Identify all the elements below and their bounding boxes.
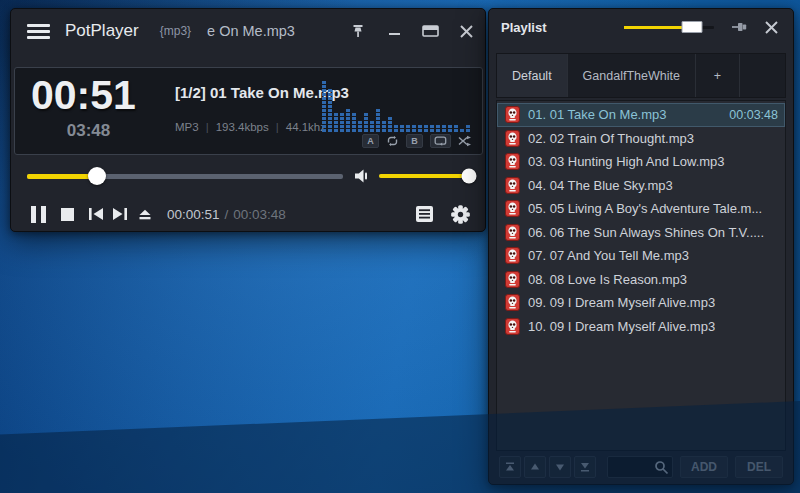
playlist-item-label: 02. 02 Train Of Thought.mp3 bbox=[528, 131, 694, 146]
settings-gear-icon[interactable] bbox=[450, 204, 471, 225]
spectrum bbox=[322, 80, 472, 132]
move-up-button[interactable] bbox=[524, 456, 546, 478]
playlist-row[interactable]: 05. 05 Living A Boy's Adventure Tale.m..… bbox=[497, 197, 785, 221]
spectrum-bar bbox=[352, 113, 356, 132]
bitrate-label: 193.4kbps bbox=[216, 121, 269, 133]
spectrum-bar bbox=[370, 121, 374, 132]
minimize-button[interactable] bbox=[385, 22, 403, 40]
playlist-row[interactable]: 02. 02 Train Of Thought.mp3 bbox=[497, 127, 785, 151]
pause-button[interactable] bbox=[31, 206, 46, 223]
spectrum-bar bbox=[382, 121, 386, 132]
meta-separator: | bbox=[276, 121, 279, 133]
tab-default[interactable]: Default bbox=[497, 54, 568, 97]
spectrum-bar bbox=[406, 125, 410, 132]
playlist-item-label: 07. 07 And You Tell Me.mp3 bbox=[528, 248, 689, 263]
spectrum-bar bbox=[394, 125, 398, 132]
ab-repeat-b-button[interactable]: B bbox=[406, 134, 423, 148]
repeat-arrows-icon[interactable] bbox=[386, 135, 399, 147]
spectrum-bar bbox=[358, 121, 362, 132]
track-file-icon bbox=[505, 106, 520, 123]
desktop-wallpaper: PotPlayer {mp3} e On Me.mp3 00:51 0 bbox=[0, 0, 800, 493]
shuffle-icon[interactable] bbox=[458, 135, 472, 147]
playlist-item-label: 06. 06 The Sun Always Shines On T.V..... bbox=[528, 225, 764, 240]
playlist-search-box[interactable] bbox=[607, 456, 673, 478]
del-button[interactable]: DEL bbox=[735, 456, 783, 478]
menu-icon[interactable] bbox=[27, 24, 50, 39]
playlist-row[interactable]: 09. 09 I Dream Myself Alive.mp3 bbox=[497, 291, 785, 315]
seek-bar[interactable] bbox=[27, 174, 343, 179]
next-button[interactable] bbox=[112, 207, 128, 221]
playlist-row[interactable]: 04. 04 The Blue Sky.mp3 bbox=[497, 174, 785, 198]
move-down-button[interactable] bbox=[549, 456, 571, 478]
volume-thumb[interactable] bbox=[462, 169, 477, 184]
player-display: 00:51 03:48 [1/2] 01 Take On Me.mp3 MP3|… bbox=[14, 67, 483, 155]
spectrum-bar bbox=[412, 125, 416, 132]
always-on-top-pin-icon[interactable] bbox=[349, 22, 367, 40]
playlist-row[interactable]: 01. 01 Take On Me.mp3 00:03:48 bbox=[497, 103, 785, 127]
move-to-top-button[interactable] bbox=[499, 456, 521, 478]
playlist-item-label: 01. 01 Take On Me.mp3 bbox=[528, 107, 667, 122]
playlist-row[interactable]: 07. 07 And You Tell Me.mp3 bbox=[497, 244, 785, 268]
time-separator: / bbox=[225, 207, 229, 222]
search-input[interactable] bbox=[611, 458, 653, 476]
tab-add-new[interactable]: + bbox=[696, 54, 740, 97]
playlist-close-icon[interactable] bbox=[764, 20, 779, 35]
player-titlebar[interactable]: PotPlayer {mp3} e On Me.mp3 bbox=[11, 9, 485, 53]
toggle-frame-button[interactable] bbox=[421, 22, 439, 40]
playlist-slider-thumb[interactable] bbox=[682, 21, 703, 33]
playlist-toggle-button[interactable] bbox=[415, 205, 434, 223]
spectrum-bar bbox=[430, 125, 434, 132]
transport-time: 00:00:51/00:03:48 bbox=[167, 207, 286, 222]
playlist-pin-icon[interactable] bbox=[731, 20, 749, 34]
eject-button[interactable] bbox=[137, 207, 153, 221]
add-button[interactable]: ADD bbox=[680, 456, 728, 478]
playlist-header[interactable]: Playlist bbox=[489, 9, 793, 45]
spectrum-bar bbox=[388, 117, 392, 132]
close-button[interactable] bbox=[457, 22, 475, 40]
playlist-row[interactable]: 06. 06 The Sun Always Shines On T.V..... bbox=[497, 221, 785, 245]
playlist-item-label: 08. 08 Love Is Reason.mp3 bbox=[528, 272, 687, 287]
move-to-bottom-button[interactable] bbox=[574, 456, 596, 478]
stop-button[interactable] bbox=[61, 208, 74, 221]
playlist-row[interactable]: 03. 03 Hunting High And Low.mp3 bbox=[497, 150, 785, 174]
spectrum-bar bbox=[418, 125, 422, 132]
spectrum-bar bbox=[376, 109, 380, 132]
player-window: PotPlayer {mp3} e On Me.mp3 00:51 0 bbox=[10, 8, 486, 232]
spectrum-bar bbox=[322, 81, 326, 132]
track-file-icon bbox=[505, 177, 520, 194]
samplerate-label: 44.1khz bbox=[286, 121, 326, 133]
repeat-mode-button[interactable] bbox=[430, 134, 451, 148]
ab-repeat-a-button[interactable]: A bbox=[362, 134, 379, 148]
elapsed-time: 00:00:51 bbox=[167, 207, 220, 222]
spectrum-bar bbox=[442, 125, 446, 132]
track-file-icon bbox=[505, 153, 520, 170]
playlist-opacity-slider[interactable] bbox=[624, 26, 714, 29]
playlist-window: Playlist Default GandalfTheWhite + 01. 0… bbox=[488, 8, 794, 485]
playlist-title: Playlist bbox=[501, 20, 547, 35]
meta-separator: | bbox=[206, 121, 209, 133]
display-mode-buttons: A B bbox=[362, 134, 472, 148]
codec-label: MP3 bbox=[175, 121, 199, 133]
track-file-icon bbox=[505, 200, 520, 217]
volume-icon[interactable] bbox=[354, 168, 371, 184]
playlist-toolbar: ADD DEL bbox=[499, 455, 783, 478]
playlist-row[interactable]: 08. 08 Love Is Reason.mp3 bbox=[497, 268, 785, 292]
spectrum-bar bbox=[340, 113, 344, 132]
spectrum-bar bbox=[334, 113, 338, 132]
seek-thumb[interactable] bbox=[88, 167, 106, 185]
titlebar-song-title: e On Me.mp3 bbox=[207, 23, 295, 39]
duration-time: 00:03:48 bbox=[233, 207, 286, 222]
playlist-row[interactable]: 10. 09 I Dream Myself Alive.mp3 bbox=[497, 315, 785, 339]
spectrum-bar bbox=[424, 125, 428, 132]
seek-fill bbox=[27, 174, 97, 179]
transport-controls: 00:00:51/00:03:48 bbox=[25, 199, 475, 229]
track-file-icon bbox=[505, 130, 520, 147]
previous-button[interactable] bbox=[88, 207, 104, 221]
tab-gandalfthewhite[interactable]: GandalfTheWhite bbox=[568, 54, 696, 97]
app-title: PotPlayer bbox=[65, 21, 139, 41]
volume-bar[interactable] bbox=[379, 174, 469, 178]
playlist-item-label: 05. 05 Living A Boy's Adventure Tale.m..… bbox=[528, 201, 762, 216]
track-file-icon bbox=[505, 224, 520, 241]
spectrum-bar bbox=[400, 125, 404, 132]
spectrum-bar bbox=[466, 125, 470, 132]
